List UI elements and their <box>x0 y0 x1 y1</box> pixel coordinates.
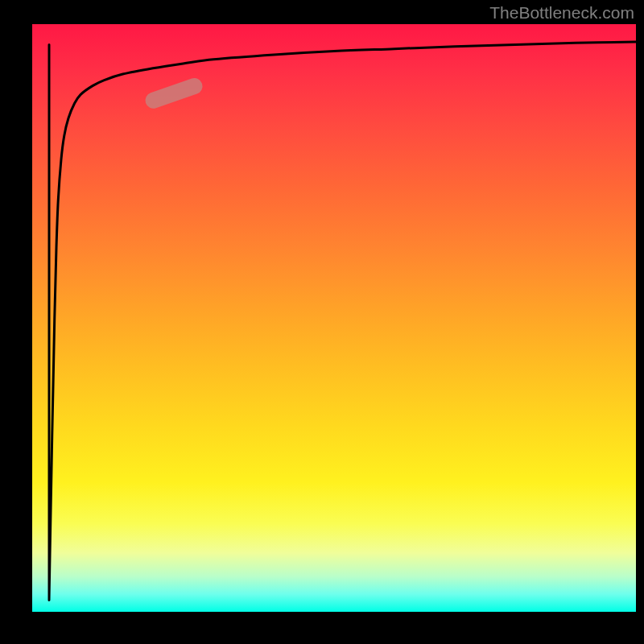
watermark-text: TheBottleneck.com <box>489 3 634 23</box>
bottleneck-curve <box>49 42 636 601</box>
chart-svg <box>32 24 636 612</box>
chart-plot-area <box>32 24 636 612</box>
